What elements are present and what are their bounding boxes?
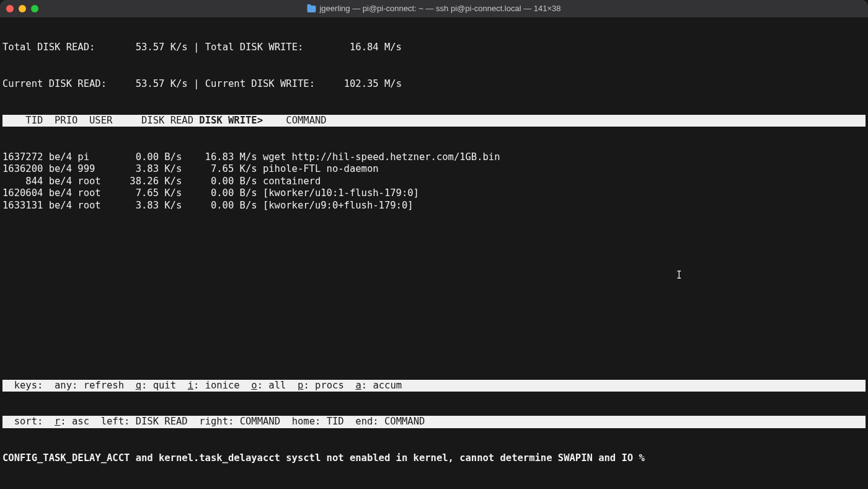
terminal-viewport[interactable]: Total DISK READ: 53.57 K/s | Total DISK …: [0, 17, 868, 489]
process-list: 1637272 be/4 pi 0.00 B/s 16.83 M/s wget …: [2, 151, 866, 212]
close-button[interactable]: [6, 5, 14, 12]
window-title: jgeerling — pi@pi-connect: ~ — ssh pi@pi…: [307, 2, 560, 15]
keys-help-line-2: sort: r: asc left: DISK READ right: COMM…: [2, 416, 866, 428]
traffic-lights: [6, 5, 38, 12]
process-row[interactable]: 1637272 be/4 pi 0.00 B/s 16.83 M/s wget …: [2, 151, 866, 164]
process-row[interactable]: 844 be/4 root 38.26 K/s 0.00 B/s contain…: [2, 176, 866, 188]
text-cursor-icon: I: [676, 269, 682, 281]
keys-help-line-1: keys: any: refresh q: quit i: ionice o: …: [2, 380, 866, 392]
minimize-button[interactable]: [19, 5, 26, 12]
totals-row-1: Total DISK READ: 53.57 K/s | Total DISK …: [2, 42, 866, 54]
titlebar: jgeerling — pi@pi-connect: ~ — ssh pi@pi…: [0, 0, 868, 17]
sort-column-disk-write[interactable]: DISK WRITE>: [199, 115, 263, 126]
process-row[interactable]: 1620604 be/4 root 7.65 K/s 0.00 B/s [kwo…: [2, 187, 866, 200]
process-row[interactable]: 1636200 be/4 999 3.83 K/s 7.65 K/s pihol…: [2, 163, 866, 176]
maximize-button[interactable]: [31, 5, 38, 12]
folder-icon: [307, 6, 316, 12]
process-row[interactable]: 1633131 be/4 root 3.83 K/s 0.00 B/s [kwo…: [2, 200, 866, 212]
column-header[interactable]: TID PRIO USER DISK READ DISK WRITE> COMM…: [2, 115, 866, 127]
totals-row-2: Current DISK READ: 53.57 K/s | Current D…: [2, 78, 866, 91]
warning-line: CONFIG_TASK_DELAY_ACCT and kernel.task_d…: [2, 452, 866, 465]
window-title-text: jgeerling — pi@pi-connect: ~ — ssh pi@pi…: [319, 2, 560, 15]
footer: keys: any: refresh q: quit i: ionice o: …: [2, 355, 866, 489]
